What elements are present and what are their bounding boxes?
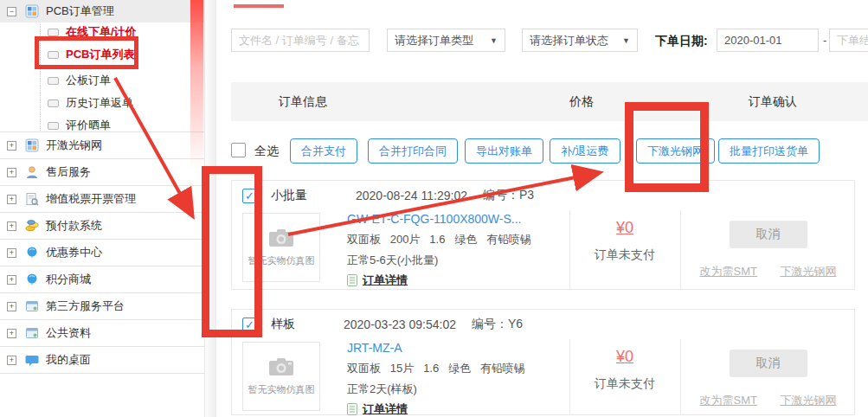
sidebar-item-label: 公共资料 <box>46 325 91 341</box>
sidebar-item-third-party-platform[interactable]: + 第三方服务平台 <box>0 293 204 320</box>
order-laser-stencil-link[interactable]: 下激光钢网 <box>780 265 836 278</box>
tree-expand-icon[interactable]: + <box>7 248 16 258</box>
export-statement-button[interactable]: 导出对账单 <box>465 138 543 164</box>
active-tab-indicator <box>234 4 284 8</box>
tree-guide-line <box>40 24 41 132</box>
merge-print-contract-button[interactable]: 合并打印合同 <box>368 138 458 164</box>
doc-search-icon <box>25 192 39 206</box>
order-header: ✓ 样板 2020-03-23 09:54:02 编号：Y6 <box>232 310 854 339</box>
order-code: 编号：P3 <box>483 188 534 203</box>
sidebar-item-label: 积分商城 <box>46 272 91 287</box>
sidebar-item-label: 优惠券中心 <box>46 245 102 260</box>
order-laser-stencil-link[interactable]: 下激光钢网 <box>780 394 836 407</box>
product-info: GW-ET-C-FQG-1100X800W-S... 双面板 200片 1.6 … <box>347 212 531 288</box>
sidebar-item-pcb-order-list[interactable]: PCB订单列表 <box>48 45 134 64</box>
person-icon <box>25 165 39 179</box>
order-checkbox[interactable]: ✓ <box>242 189 257 203</box>
sidebar-item-label: PCB订单列表 <box>66 47 134 62</box>
list-item-icon <box>48 77 59 85</box>
date-start-input[interactable] <box>717 29 819 52</box>
product-info: JRT-MZ-A 双面板 15片 1.6 绿色 有铅喷锡 正常2天(样板) 订单… <box>347 341 525 417</box>
sidebar-item-label: 我的桌面 <box>46 352 91 368</box>
window-icon <box>25 299 39 313</box>
sidebar-scrollbar[interactable] <box>204 0 216 417</box>
product-specs: 双面板 15片 1.6 绿色 有铅喷锡 <box>347 361 525 376</box>
chevron-down-icon: ▼ <box>622 36 630 45</box>
tree-expand-icon[interactable]: + <box>7 221 16 231</box>
document-icon <box>347 274 357 286</box>
order-card: ✓ 样板 2020-03-23 09:54:02 编号：Y6 暂无实物仿真图 J… <box>231 309 855 415</box>
tree-expand-icon[interactable]: + <box>7 302 16 311</box>
pay-status: 订单未支付 <box>569 376 680 392</box>
tree-expand-icon[interactable]: + <box>7 356 16 365</box>
cancel-order-button[interactable]: 取消 <box>730 350 807 377</box>
sidebar-item-prepaid-system[interactable]: + 预付款系统 <box>0 213 204 240</box>
main-content: 请选择订单类型 ▼ 请选择订单状态 ▼ 下单日期: - 订单信息 价格 订单确认… <box>216 0 868 417</box>
price-column: ¥0 订单未支付 <box>569 348 680 392</box>
column-order-confirm: 订单确认 <box>749 82 797 121</box>
change-to-smt-link[interactable]: 改为需SMT <box>700 265 757 278</box>
sidebar-item-history-reorder[interactable]: 历史订单返单 <box>48 93 133 112</box>
product-name-link[interactable]: JRT-MZ-A <box>347 341 525 355</box>
tree-expand-icon[interactable]: + <box>7 329 16 338</box>
tree-expand-icon[interactable]: + <box>7 168 16 177</box>
order-laser-stencil-button[interactable]: 下激光钢网 <box>636 138 715 164</box>
cancel-order-button[interactable]: 取消 <box>730 221 807 248</box>
sidebar-item-label: 开激光钢网 <box>46 138 102 153</box>
order-type-select[interactable]: 请选择订单类型 ▼ <box>387 29 505 52</box>
refund-freight-button[interactable]: 补/退运费 <box>550 138 620 164</box>
order-status-select[interactable]: 请选择订单状态 ▼ <box>522 29 638 52</box>
search-input[interactable] <box>231 29 370 52</box>
chevron-down-icon: ▼ <box>490 36 498 45</box>
sidebar-item-public-resources[interactable]: + 公共资料 <box>0 320 204 347</box>
order-code: 编号：Y6 <box>472 317 523 332</box>
order-type: 样板 <box>271 317 295 332</box>
batch-print-delivery-button[interactable]: 批量打印送货单 <box>718 138 820 164</box>
camera-icon <box>268 228 294 247</box>
order-details-link[interactable]: 订单详情 <box>363 273 408 288</box>
merge-pay-button[interactable]: 合并支付 <box>290 138 357 164</box>
list-item-icon <box>48 122 59 130</box>
product-name-link[interactable]: GW-ET-C-FQG-1100X800W-S... <box>347 212 531 226</box>
sidebar-item-label: 历史订单返单 <box>66 95 133 111</box>
tree-expand-icon[interactable]: + <box>7 195 16 204</box>
date-end-input[interactable] <box>829 29 868 52</box>
order-price[interactable]: ¥0 <box>569 348 680 366</box>
sidebar-item-vat-invoice[interactable]: + 增值税票开票管理 <box>0 186 204 213</box>
order-type: 小批量 <box>271 188 307 203</box>
coins-icon <box>25 219 39 233</box>
sidebar-item-pcb-order-management[interactable]: − PCB订单管理 <box>0 0 204 22</box>
sidebar-item-points-mall[interactable]: + 积分商城 <box>0 266 204 293</box>
change-to-smt-link[interactable]: 改为需SMT <box>700 394 757 407</box>
actions-column: 取消 改为需SMT 下激光钢网 <box>680 350 856 408</box>
sidebar-item-public-board-order[interactable]: 公板订单 <box>48 71 111 90</box>
delivery-time: 正常5-6天(小批量) <box>347 253 531 268</box>
tree-expand-icon[interactable]: + <box>7 141 16 151</box>
product-specs: 双面板 200片 1.6 绿色 有铅喷锡 <box>347 232 531 247</box>
tree-collapse-icon[interactable]: − <box>7 7 16 16</box>
sidebar-item-coupon-center[interactable]: + 优惠券中心 <box>0 240 204 266</box>
sidebar-item-laser-stencil[interactable]: + 开激光钢网 <box>0 132 204 159</box>
order-header: ✓ 小批量 2020-08-24 11:29:02 编号：P3 <box>232 181 854 210</box>
list-item-icon <box>48 51 59 59</box>
sidebar: − PCB订单管理 在线下单/计价 PCB订单列表 公板订单 历史订单返单 评价… <box>0 0 216 417</box>
select-all-checkbox[interactable] <box>231 143 246 157</box>
order-datetime: 2020-03-23 09:54:02 <box>344 318 456 331</box>
grid-icon <box>25 4 39 18</box>
delivery-time: 正常2天(样板) <box>347 382 525 397</box>
column-order-info: 订单信息 <box>279 82 327 121</box>
column-price: 价格 <box>569 82 594 121</box>
price-column: ¥0 订单未支付 <box>569 219 680 263</box>
sidebar-item-label: 预付款系统 <box>46 218 102 234</box>
no-image-text: 暂无实物仿真图 <box>248 254 315 267</box>
sidebar-item-my-desktop[interactable]: + 我的桌面 <box>0 347 204 374</box>
sidebar-item-online-order[interactable]: 在线下单/计价 <box>48 22 137 42</box>
document-icon <box>347 403 357 415</box>
chat-bubble-icon <box>25 353 39 367</box>
window-icon <box>25 326 39 340</box>
order-details-link[interactable]: 订单详情 <box>363 401 408 417</box>
tree-expand-icon[interactable]: + <box>7 275 16 285</box>
sidebar-item-after-sales[interactable]: + 售后服务 <box>0 159 204 186</box>
order-price[interactable]: ¥0 <box>569 219 680 237</box>
order-checkbox[interactable]: ✓ <box>242 318 257 332</box>
